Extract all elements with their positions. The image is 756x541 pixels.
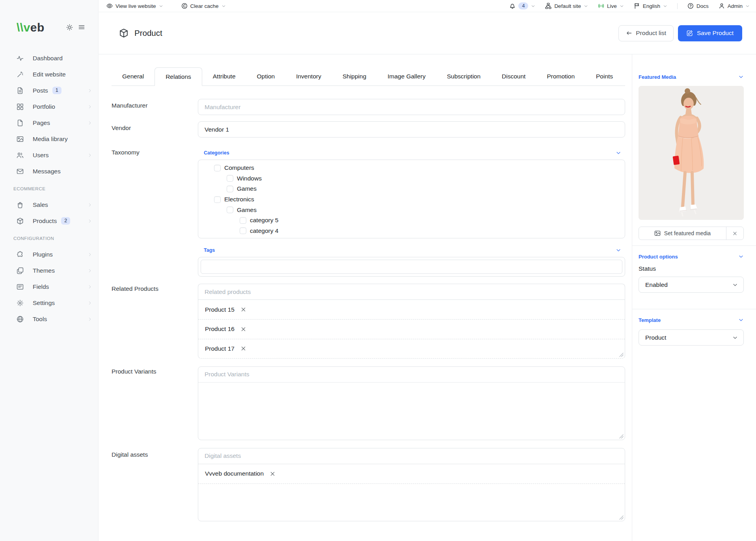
product-variants-input[interactable] bbox=[205, 371, 618, 378]
remove-icon[interactable] bbox=[240, 307, 246, 312]
tab-relations[interactable]: Relations bbox=[155, 67, 202, 86]
category-checkbox[interactable] bbox=[214, 196, 221, 203]
sidebar-item-users[interactable]: Users bbox=[0, 147, 99, 163]
category-row[interactable]: Windows bbox=[198, 173, 625, 184]
sidebar-item-media-library[interactable]: Media library bbox=[0, 131, 99, 147]
category-row[interactable]: category 5 bbox=[198, 215, 625, 226]
category-row[interactable]: Games bbox=[198, 184, 625, 194]
product-list-button[interactable]: Product list bbox=[618, 25, 674, 41]
notifications-button[interactable]: 4 bbox=[509, 2, 535, 9]
chevron-down-icon bbox=[222, 4, 226, 8]
category-label: Windows bbox=[237, 175, 262, 182]
digital-assets-search-input[interactable] bbox=[205, 452, 618, 459]
category-row[interactable]: category 4 bbox=[198, 226, 625, 236]
template-select[interactable]: Product bbox=[639, 329, 744, 346]
categories-section-label[interactable]: Categories bbox=[204, 150, 229, 156]
sidebar-item-themes[interactable]: Themes bbox=[0, 262, 99, 279]
app-logo[interactable]: \\veb bbox=[17, 20, 45, 35]
sidebar-section-configuration: CONFIGURATION bbox=[0, 229, 99, 246]
tags-input[interactable] bbox=[201, 260, 622, 274]
sidebar-item-posts[interactable]: Posts 1 bbox=[0, 82, 99, 99]
remove-icon[interactable] bbox=[240, 326, 246, 332]
save-product-button[interactable]: Save Product bbox=[678, 25, 742, 41]
sidebar-item-products[interactable]: Products 2 bbox=[0, 213, 99, 229]
category-checkbox[interactable] bbox=[227, 175, 233, 182]
category-checkbox[interactable] bbox=[227, 206, 233, 213]
manufacturer-input[interactable] bbox=[198, 99, 625, 115]
sidebar-item-settings[interactable]: Settings bbox=[0, 295, 99, 311]
tab-option[interactable]: Option bbox=[246, 67, 286, 86]
featured-media-header[interactable]: Featured Media bbox=[639, 74, 744, 80]
sidebar-item-plugins[interactable]: Plugins bbox=[0, 246, 99, 262]
collapse-menu-icon[interactable] bbox=[78, 24, 85, 31]
tab-inventory[interactable]: Inventory bbox=[285, 67, 332, 86]
featured-media-image[interactable] bbox=[639, 86, 744, 220]
sidebar-item-pages[interactable]: Pages bbox=[0, 115, 99, 131]
set-featured-media-button-group: Set featured media bbox=[639, 227, 744, 240]
digital-asset-row: Vvveb documentation bbox=[198, 464, 625, 484]
chevron-down-icon[interactable] bbox=[616, 150, 621, 156]
category-checkbox[interactable] bbox=[240, 217, 246, 224]
sidebar-item-dashboard[interactable]: Dashboard bbox=[0, 50, 99, 66]
category-row[interactable]: Software bbox=[198, 236, 625, 238]
docs-link[interactable]: Docs bbox=[687, 3, 709, 9]
tab-points[interactable]: Points bbox=[585, 67, 624, 86]
resize-grip[interactable] bbox=[619, 353, 624, 357]
category-checkbox[interactable] bbox=[214, 165, 221, 171]
sidebar-item-fields[interactable]: Fields bbox=[0, 279, 99, 295]
category-row[interactable]: Games bbox=[198, 205, 625, 215]
chevron-down-icon[interactable] bbox=[616, 247, 621, 253]
category-row[interactable]: Computers bbox=[198, 163, 625, 173]
remove-featured-media-button[interactable] bbox=[726, 227, 743, 240]
digital-asset-name: Vvveb documentation bbox=[205, 470, 264, 477]
product-variants-area[interactable] bbox=[198, 383, 625, 440]
category-checkbox[interactable] bbox=[227, 238, 233, 238]
sidebar-item-sales[interactable]: Sales bbox=[0, 197, 99, 213]
category-label: Computers bbox=[224, 164, 254, 171]
logo-dark-part: eb bbox=[30, 21, 45, 34]
image-icon bbox=[17, 136, 24, 143]
clear-cache-button[interactable]: Clear cache bbox=[181, 3, 226, 9]
sidebar-item-tools[interactable]: Tools bbox=[0, 311, 99, 327]
status-select[interactable]: Enabled bbox=[639, 277, 744, 293]
tab-attribute[interactable]: Attribute bbox=[202, 67, 246, 86]
sidebar-item-portfolio[interactable]: Portfolio bbox=[0, 99, 99, 115]
digital-assets-area[interactable] bbox=[198, 484, 625, 521]
tab-subscription[interactable]: Subscription bbox=[436, 67, 491, 86]
template-header[interactable]: Template bbox=[639, 317, 744, 323]
site-selector[interactable]: Default site bbox=[545, 3, 588, 9]
language-selector[interactable]: English bbox=[634, 3, 667, 9]
admin-menu[interactable]: Admin bbox=[719, 3, 750, 9]
live-status-selector[interactable]: Live bbox=[598, 3, 624, 9]
category-label: Software bbox=[237, 238, 261, 238]
sidebar-item-messages[interactable]: Messages bbox=[0, 163, 99, 179]
chevron-right-icon bbox=[88, 203, 92, 207]
resize-grip[interactable] bbox=[619, 515, 624, 520]
product-options-header[interactable]: Product options bbox=[639, 253, 744, 260]
tab-shipping[interactable]: Shipping bbox=[332, 67, 377, 86]
chevron-down-icon bbox=[745, 4, 750, 8]
tags-section-label[interactable]: Tags bbox=[204, 247, 215, 253]
related-product-name: Product 16 bbox=[205, 325, 235, 333]
category-row[interactable]: Electronics bbox=[198, 194, 625, 205]
tab-image-gallery[interactable]: Image Gallery bbox=[377, 67, 436, 86]
activity-icon bbox=[17, 55, 24, 62]
box-icon bbox=[17, 218, 24, 225]
remove-icon[interactable] bbox=[270, 471, 276, 477]
remove-icon[interactable] bbox=[240, 346, 246, 351]
related-products-search-input[interactable] bbox=[205, 288, 618, 296]
view-live-label: View live website bbox=[115, 3, 156, 9]
tab-promotion[interactable]: Promotion bbox=[536, 67, 585, 86]
resize-grip[interactable] bbox=[619, 434, 624, 439]
view-live-website-button[interactable]: View live website bbox=[106, 3, 163, 9]
theme-sun-icon[interactable] bbox=[66, 24, 73, 31]
tab-general[interactable]: General bbox=[112, 67, 155, 86]
category-checkbox[interactable] bbox=[240, 227, 246, 234]
sidebar-item-edit-website[interactable]: Edit website bbox=[0, 66, 99, 82]
notifications-count-badge: 4 bbox=[518, 2, 528, 9]
set-featured-media-button[interactable]: Set featured media bbox=[639, 227, 726, 240]
tab-discount[interactable]: Discount bbox=[491, 67, 536, 86]
category-checkbox[interactable] bbox=[227, 186, 233, 192]
vendor-input[interactable] bbox=[198, 121, 625, 138]
sidebar-item-label: Posts bbox=[33, 87, 48, 94]
